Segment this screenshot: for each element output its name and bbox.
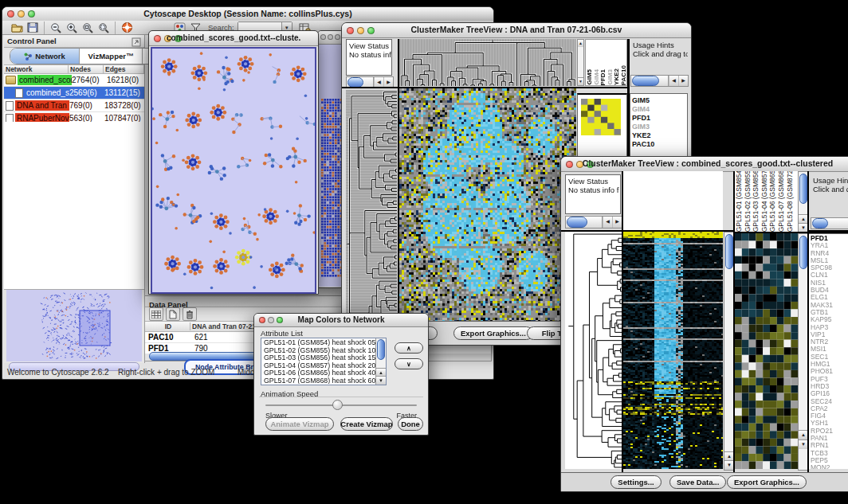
tv1-usage-scrollbar[interactable]: ◀▶ (630, 75, 689, 87)
attribute-list-item[interactable]: GPL51-03 (GSM856) heat shock 15 min (262, 354, 375, 362)
create-vizmap-button[interactable]: Create Vizmap (340, 417, 393, 431)
attribute-list-label: Attribute List (261, 329, 303, 338)
close-icon[interactable] (154, 35, 161, 42)
tv2-column-label[interactable]: GPL51-03 (GSM856) (752, 171, 760, 232)
move-down-button[interactable]: ∨ (395, 358, 423, 369)
delete-trash-icon[interactable] (183, 307, 197, 321)
tv1-button-2[interactable]: Export Graphics... (453, 326, 533, 340)
network-row[interactable]: combined_sco2569(6)13112(15) (4, 87, 144, 100)
attribute-list-scrollbar[interactable]: ▲ ▼ (375, 338, 386, 385)
attribute-list-item[interactable]: GPL51-02 (GSM855) heat shock 10 min (262, 347, 375, 355)
close-icon[interactable] (320, 34, 326, 40)
background-network-canvas[interactable] (319, 45, 343, 287)
network-edges: 16218(0) (107, 76, 144, 84)
create-vizmap-label: Create Vizmap (340, 420, 392, 428)
scroll-up-icon[interactable]: ▲ (578, 40, 583, 47)
tv1-column-label[interactable]: PAC10 (620, 65, 627, 85)
tv1-usage-hints: Usage HintsClick and drag to (630, 39, 688, 74)
tv2-button-3[interactable]: Export Graphics... (727, 475, 807, 489)
col-network[interactable]: Network (4, 65, 68, 73)
tab-vizmapper[interactable]: VizMapper™ (80, 49, 143, 64)
open-file-button[interactable] (9, 21, 25, 35)
down-arrow-icon: ∨ (406, 361, 411, 368)
tv1-row-label[interactable]: GIM3 (630, 123, 687, 131)
tv1-summary-matrix[interactable] (581, 99, 621, 135)
tv2-row-dendrogram[interactable] (565, 232, 622, 469)
network-graph-canvas[interactable] (151, 47, 316, 294)
save-button[interactable] (25, 21, 41, 35)
tv1-column-label[interactable]: GIM5 (586, 69, 593, 85)
zoom-window-icon[interactable] (335, 34, 340, 40)
tv2-status-scrollbar[interactable]: ◀▶ (565, 216, 622, 229)
close-icon[interactable] (347, 27, 354, 34)
minimize-icon[interactable] (328, 34, 333, 40)
main-window-title: Cytoscape Desktop (Session Name: collins… (20, 9, 476, 18)
network-row[interactable]: DNA and Tran 07769(0)183728(0) (4, 100, 144, 112)
tv2-gene-label[interactable]: MON2 (809, 464, 848, 469)
col-nodes[interactable]: Nodes (68, 65, 103, 73)
animate-vizmap-button[interactable]: Animate Vizmap (265, 417, 334, 431)
tv1-row-label[interactable]: PAC10 (630, 140, 687, 149)
scroll-left-icon[interactable]: ◀ (669, 76, 678, 86)
usage-hints-label: Usage Hints (633, 41, 674, 49)
scroll-right-icon[interactable]: ▶ (612, 217, 622, 228)
tv2-view-status: View StatusNo status info f (565, 174, 621, 214)
new-attribute-icon[interactable] (166, 307, 180, 321)
attribute-list-item[interactable]: GPL51-01 (GSM854) heat shock 05 min (262, 339, 375, 347)
scroll-down-icon[interactable]: ▼ (376, 376, 386, 385)
tv1-row-dendrogram[interactable] (346, 90, 397, 321)
network-overview-thumbnail[interactable] (6, 290, 142, 361)
col-edges[interactable]: Edges (103, 65, 143, 73)
view-status-text: No status info f (568, 186, 618, 194)
tv2-column-label[interactable]: GPL51-08 (GSM872) (786, 171, 795, 232)
background-network-window[interactable] (317, 30, 344, 288)
tv2-column-label[interactable]: GPL51-02 (GSM855) (744, 171, 752, 232)
tab-network[interactable]: Network (10, 49, 80, 64)
scroll-down-icon[interactable]: ▼ (578, 77, 583, 85)
tv2-column-label[interactable]: GPL51-06 (GSM865) (768, 171, 777, 232)
network-row[interactable]: combined_scores_2764(0)16218(0) (4, 74, 144, 87)
tv1-row-label[interactable]: PFD1 (630, 114, 687, 123)
tv2-heatmap[interactable] (623, 232, 723, 469)
tv1-column-label[interactable]: PFD1 (599, 69, 607, 85)
network-nodes: 2764(0) (72, 76, 107, 84)
tv2-column-label[interactable]: GPL51-04 (GSM857) (760, 171, 769, 232)
main-title-bar[interactable]: Cytoscape Desktop (Session Name: collins… (2, 7, 493, 21)
attribute-table-icon[interactable] (149, 307, 163, 321)
usage-hints-text: Click and drag to (633, 49, 688, 58)
close-icon[interactable] (566, 161, 573, 168)
zoom-in-button[interactable] (64, 21, 80, 35)
tv2-usage-scrollbar[interactable] (811, 217, 848, 229)
tv1-column-label[interactable]: GIM4 (593, 69, 600, 85)
tv1-column-dendrogram[interactable] (399, 39, 576, 86)
zoom-out-button[interactable] (48, 21, 64, 35)
close-icon[interactable] (7, 10, 14, 18)
close-icon[interactable] (259, 317, 265, 323)
zoom-fit-button[interactable] (80, 21, 96, 35)
attribute-list-item[interactable]: GPL51-07 (GSM868) heat shock 60 min (262, 377, 375, 384)
tv2-zoom-heatmap[interactable] (735, 233, 798, 469)
move-up-button[interactable]: ∧ (395, 342, 423, 354)
tv1-row-label[interactable]: YKE2 (630, 131, 687, 140)
tv2-column-label[interactable]: GPL51-07 (GSM868) (777, 171, 786, 232)
tv2-column-label[interactable]: GPL51-01 (GSM854) (735, 171, 744, 232)
tv1-col-scrollbar[interactable]: ▲ ▼ (577, 39, 584, 86)
tv2-button-2[interactable]: Save Data... (669, 475, 726, 489)
attribute-listbox[interactable]: GPL51-01 (GSM854) heat shock 05 minGPL51… (261, 338, 387, 385)
col-id[interactable]: ID (145, 322, 190, 330)
tv1-column-label[interactable]: YKE2 (613, 68, 620, 85)
help-lifebuoy-icon[interactable] (119, 21, 135, 35)
attribute-list-item[interactable]: GPL51-06 (GSM865) heat shock 40 min (262, 369, 375, 377)
speed-slider-thumb[interactable] (332, 400, 343, 410)
tv1-heatmap[interactable] (399, 88, 576, 321)
scroll-left-icon[interactable]: ◀ (603, 217, 612, 228)
zoom-selected-button[interactable] (96, 21, 112, 35)
attribute-list-item[interactable]: GPL51-04 (GSM857) heat shock 20 min (262, 362, 375, 370)
done-button[interactable]: Done (398, 417, 423, 431)
tv1-row-label[interactable]: GIM4 (630, 105, 687, 114)
tv2-button-1[interactable]: Settings... (610, 475, 662, 489)
view-status-text: No status info f (349, 50, 391, 59)
scroll-right-icon[interactable]: ▶ (678, 76, 688, 86)
treeview2-title: ClusterMaker TreeView : combined_scores_… (579, 158, 837, 168)
tv1-row-label[interactable]: GIM5 (630, 96, 687, 105)
